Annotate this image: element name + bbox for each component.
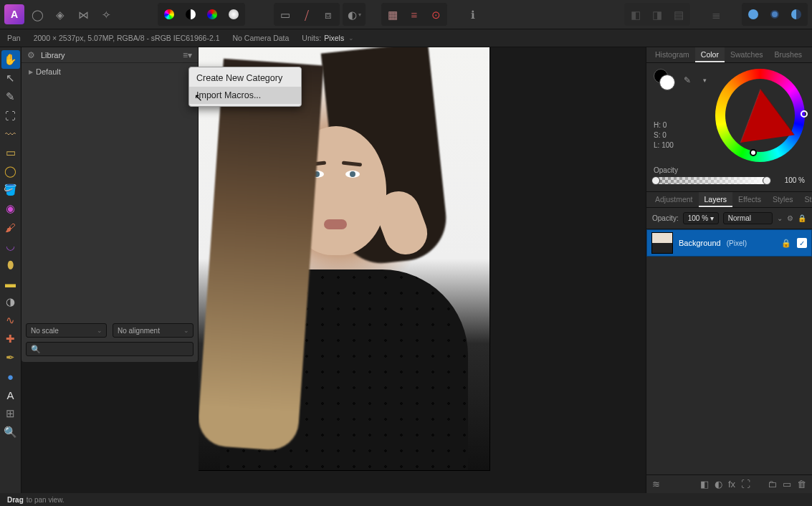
crop-layer-icon[interactable]: ⛶ <box>741 479 750 490</box>
bool-sub-icon[interactable] <box>765 4 785 24</box>
tab-histogram[interactable]: Histogram <box>649 47 695 62</box>
rgb-wheel-icon[interactable] <box>159 4 179 24</box>
tab-stock[interactable]: Stock <box>799 192 812 207</box>
disclosure-triangle-icon[interactable]: ▶ <box>29 69 33 75</box>
quickmask-icon[interactable]: ◐▾ <box>344 4 364 24</box>
add-layer-icon[interactable]: ▭ <box>783 479 791 490</box>
hue-handle[interactable] <box>801 110 808 118</box>
healing-tool-icon[interactable]: ✚ <box>1 330 20 348</box>
color-mode-dropdown-icon[interactable]: ▾ <box>698 74 711 87</box>
units-dropdown[interactable]: Units: Pixels <box>302 34 354 42</box>
persona-export-icon[interactable]: ✧ <box>96 4 116 24</box>
color-swatches[interactable] <box>654 69 677 92</box>
flood-fill-tool-icon[interactable]: 🪣 <box>1 181 20 199</box>
menu-item-import-macros[interactable]: Import Macros... <box>189 87 301 104</box>
adjustment-icon[interactable]: ◐ <box>715 479 722 490</box>
tab-effects[interactable]: Effects <box>732 192 767 207</box>
primary-color-swatch[interactable] <box>659 75 675 90</box>
layer-row-background[interactable]: Background (Pixel) 🔒 ✓ <box>646 229 812 257</box>
opacity-slider[interactable] <box>654 177 769 184</box>
soft-proof-icon[interactable] <box>224 4 244 24</box>
gradient-tool-icon[interactable]: ◉ <box>1 199 20 218</box>
deselect-icon[interactable]: ⧸ <box>297 4 317 24</box>
layer-stack-icon[interactable]: ≋ <box>652 479 660 490</box>
tab-adjustment[interactable]: Adjustment <box>649 192 699 207</box>
layer-thumbnail[interactable] <box>651 232 673 254</box>
library-item-default[interactable]: ▶ Default <box>26 66 194 77</box>
greyscale-icon[interactable] <box>181 4 201 24</box>
color-picker-tool-icon[interactable]: ✎ <box>1 87 20 106</box>
marquee-icon[interactable]: ▭ <box>275 4 295 24</box>
delete-layer-icon[interactable]: 🗑 <box>797 479 806 490</box>
view-c-icon[interactable]: ▤ <box>669 4 689 24</box>
image-content <box>199 47 489 470</box>
panel-menu-icon[interactable]: ≡▾ <box>183 50 192 60</box>
lock-icon[interactable]: 🔒 <box>798 214 806 222</box>
shape-tool-icon[interactable]: ● <box>1 367 20 386</box>
bool-int-icon[interactable] <box>786 4 806 24</box>
eyedropper-icon[interactable]: ✎ <box>681 74 694 87</box>
scale-value: No scale <box>31 327 59 335</box>
scale-dropdown[interactable]: No scale <box>26 323 107 338</box>
paint-brush-tool-icon[interactable]: 🖌 <box>1 218 20 237</box>
persona-develop-icon[interactable]: ⋈ <box>73 4 93 24</box>
color-panel-tabs: Histogram Color Swatches Brushes <box>646 47 812 63</box>
sponge-tool-icon[interactable]: ▬ <box>1 274 20 292</box>
menu-item-create-category[interactable]: Create New Category <box>189 70 301 87</box>
gear-icon[interactable]: ⚙ <box>27 50 35 60</box>
pen-tool-icon[interactable]: ✒ <box>1 348 20 367</box>
move-tool-icon[interactable]: ↖ <box>1 69 20 87</box>
tab-layers[interactable]: Layers <box>699 192 733 207</box>
opacity-max-knob[interactable] <box>763 176 771 185</box>
tab-brushes[interactable]: Brushes <box>768 47 808 62</box>
opacity-min-knob[interactable] <box>651 176 660 185</box>
grid-icon[interactable]: ▦ <box>383 4 403 24</box>
text-tool-icon[interactable]: A <box>1 386 20 404</box>
marquee-tool-icon[interactable]: ▭ <box>1 143 20 162</box>
persona-photo-icon[interactable]: ◯ <box>27 4 47 24</box>
align-icon[interactable]: ≣ <box>706 4 726 24</box>
camera-data: No Camera Data <box>233 34 290 42</box>
tab-styles[interactable]: Styles <box>767 192 799 207</box>
smudge-tool-icon[interactable]: ∿ <box>1 311 20 330</box>
ruler-icon[interactable]: ≡ <box>404 4 424 24</box>
crop-tool-icon[interactable]: ⛶ <box>1 106 20 125</box>
layer-lock-icon[interactable]: 🔒 <box>781 239 791 248</box>
quickmask-group: ◐▾ <box>343 3 366 26</box>
dodge-tool-icon[interactable]: ◑ <box>1 292 20 311</box>
sl-handle[interactable] <box>750 149 757 156</box>
view-b-icon[interactable]: ◨ <box>647 4 667 24</box>
refine-icon[interactable]: ⧈ <box>318 4 338 24</box>
zoom-tool-icon[interactable]: 🔍 <box>1 423 20 441</box>
erase-tool-icon[interactable]: ◡ <box>1 237 20 255</box>
layer-opacity-input[interactable]: 100 % ▾ <box>683 212 719 224</box>
mesh-tool-icon[interactable]: ⊞ <box>1 404 20 423</box>
lasso-tool-icon[interactable]: ◯ <box>1 162 20 181</box>
pan-tool-icon[interactable]: ✋ <box>1 50 20 69</box>
group-icon[interactable]: 🗀 <box>768 479 777 490</box>
library-search[interactable]: 🔍 <box>26 342 194 356</box>
color-wheel[interactable] <box>715 69 805 162</box>
layer-settings-icon[interactable]: ⚙ <box>787 214 793 222</box>
layer-name: Background <box>679 239 721 247</box>
persona-liquify-icon[interactable]: ◈ <box>50 4 70 24</box>
lab-icon[interactable] <box>202 4 222 24</box>
assistant-icon[interactable]: ℹ <box>463 4 483 24</box>
layer-visibility-checkbox[interactable]: ✓ <box>797 238 807 248</box>
blend-ranges-icon[interactable]: ⌄ <box>777 214 783 222</box>
clone-tool-icon[interactable]: ⬮ <box>1 255 20 274</box>
search-input[interactable] <box>44 345 188 353</box>
selection-brush-tool-icon[interactable]: 〰 <box>1 125 20 143</box>
bool-add-icon[interactable] <box>743 4 763 24</box>
fx-icon[interactable]: fx <box>728 479 735 490</box>
tab-color[interactable]: Color <box>695 47 725 62</box>
blend-mode-dropdown[interactable]: Normal <box>723 212 773 224</box>
library-header: ⚙ Library ≡▾ <box>22 47 198 63</box>
document-canvas[interactable] <box>199 47 489 470</box>
canvas-area[interactable] <box>199 47 646 493</box>
tab-swatches[interactable]: Swatches <box>725 47 769 62</box>
alignment-dropdown[interactable]: No alignment <box>113 323 194 338</box>
snap-icon[interactable]: ⊙ <box>426 4 446 24</box>
mask-icon[interactable]: ◧ <box>700 479 709 490</box>
view-a-icon[interactable]: ◧ <box>626 4 646 24</box>
